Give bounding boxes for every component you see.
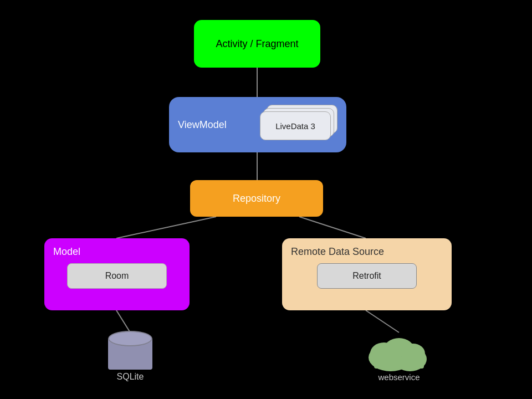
cylinder-top [108,331,152,346]
remote-data-source-label: Remote Data Source [291,246,443,258]
activity-fragment-box: Activity / Fragment [194,20,320,68]
activity-fragment-label: Activity / Fragment [216,38,298,50]
model-label: Model [53,246,181,258]
livedata-stack: LiveData 3 [260,105,337,145]
model-box: Model Room [44,238,190,310]
retrofit-label: Retrofit [352,271,381,281]
webservice-container: webservice [363,332,435,382]
webservice-label: webservice [378,372,420,382]
svg-line-4 [116,310,130,332]
room-card: Room [67,263,167,289]
livedata-card-front: LiveData 3 [260,111,331,140]
sqlite-label: SQLite [117,372,144,382]
viewmodel-label: ViewModel [178,119,227,131]
sqlite-cylinder [108,331,152,370]
viewmodel-box: ViewModel LiveData 3 [169,97,346,152]
livedata-label: LiveData 3 [275,121,315,131]
repository-box: Repository [190,180,323,217]
repository-label: Repository [233,193,280,204]
remote-data-source-box: Remote Data Source Retrofit [282,238,452,310]
cloud-icon [363,332,435,371]
svg-line-3 [299,217,366,238]
sqlite-container: SQLite [108,331,152,382]
retrofit-card: Retrofit [317,263,417,289]
svg-rect-11 [374,357,424,369]
room-label: Room [105,271,129,281]
svg-line-2 [116,217,216,238]
architecture-diagram: Activity / Fragment ViewModel LiveData 3… [0,0,532,399]
svg-line-5 [366,310,399,332]
